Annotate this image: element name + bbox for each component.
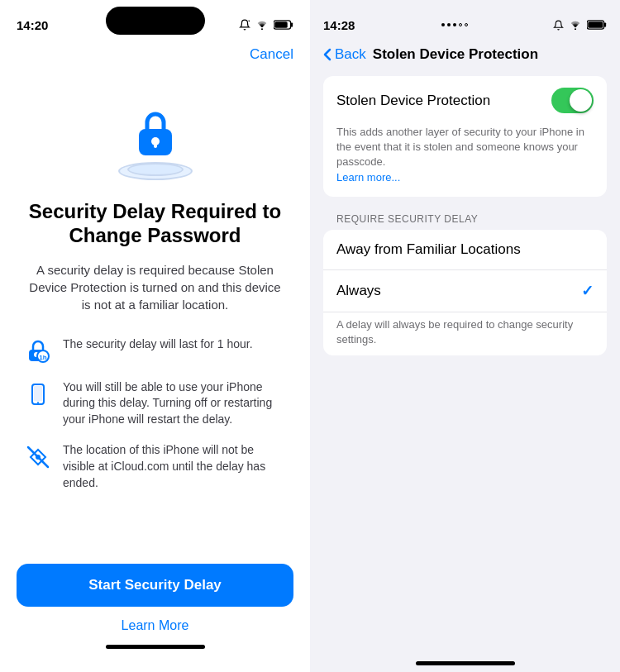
home-indicator-left <box>106 645 205 649</box>
status-icons-right <box>553 20 607 31</box>
bottom-section: Start Security Delay Learn More <box>0 564 310 672</box>
info-item-phone: You will still be able to use your iPhon… <box>25 379 285 428</box>
description-text: This adds another layer of security to y… <box>336 126 584 168</box>
stolen-device-protection-card: Stolen Device Protection This adds anoth… <box>323 76 607 197</box>
dynamic-island <box>106 7 205 35</box>
nav-title: Stolen Device Protection <box>373 46 538 63</box>
home-indicator-right <box>416 661 515 665</box>
nav-bar: Back Stolen Device Protection <box>310 40 620 69</box>
svg-line-0 <box>249 21 250 21</box>
learn-more-link[interactable]: Learn More <box>122 618 189 633</box>
status-time-left: 14:20 <box>17 18 48 32</box>
wifi-icon-right <box>569 20 582 30</box>
timer-lock-icon: 1h <box>25 338 51 365</box>
left-content: Security Delay Required to Change Passwo… <box>0 40 310 564</box>
back-button[interactable]: Back <box>323 46 366 63</box>
info-item-timer: 1h The security delay will last for 1 ho… <box>25 336 285 365</box>
back-label: Back <box>335 46 366 63</box>
location-icon <box>25 444 51 470</box>
svg-rect-4 <box>274 21 287 28</box>
security-delay-card: Away from Familiar Locations Always ✓ A … <box>323 230 607 355</box>
delay-note: A delay will always be required to chang… <box>323 312 607 355</box>
back-chevron-icon <box>323 48 331 61</box>
svg-point-16 <box>36 455 41 460</box>
toggle-knob <box>570 89 592 112</box>
status-icons-left <box>239 19 293 31</box>
status-bar-left: 14:20 <box>0 0 310 40</box>
right-content: Stolen Device Protection This adds anoth… <box>310 69 620 661</box>
svg-point-17 <box>575 28 576 30</box>
checkmark-icon: ✓ <box>581 282 594 300</box>
start-security-delay-button[interactable]: Start Security Delay <box>17 564 293 607</box>
toggle-row: Stolen Device Protection <box>323 76 607 125</box>
svg-text:1h: 1h <box>39 354 46 361</box>
bell-icon <box>239 19 250 31</box>
battery-icon <box>274 20 293 30</box>
info-list: 1h The security delay will last for 1 ho… <box>25 336 285 492</box>
svg-rect-20 <box>588 21 603 28</box>
svg-rect-7 <box>154 141 157 148</box>
signal-dots <box>441 23 468 26</box>
right-panel: 14:28 Back Stolen Device Protection Sto <box>310 0 620 672</box>
svg-rect-3 <box>291 22 293 26</box>
bell-icon-right <box>553 20 564 31</box>
learn-more-right[interactable]: Learn more... <box>336 171 400 183</box>
svg-point-1 <box>261 28 263 30</box>
toggle-switch[interactable] <box>551 88 594 113</box>
phone-icon <box>25 381 51 407</box>
left-subtitle: A security delay is required because Sto… <box>25 261 285 313</box>
info-item-location: The location of this iPhone will not be … <box>25 442 285 491</box>
lock-rings <box>118 155 193 180</box>
card-description: This adds another layer of security to y… <box>323 125 607 197</box>
svg-rect-19 <box>604 22 607 26</box>
option-row-familiar[interactable]: Away from Familiar Locations <box>323 230 607 270</box>
toggle-label: Stolen Device Protection <box>336 93 490 109</box>
info-text-timer: The security delay will last for 1 hour. <box>63 336 285 353</box>
section-header: REQUIRE SECURITY DELAY <box>323 207 607 230</box>
info-text-phone: You will still be able to use your iPhon… <box>63 379 285 428</box>
status-bar-right: 14:28 <box>310 0 620 40</box>
wifi-icon <box>255 20 269 30</box>
lock-icon-container <box>114 106 197 180</box>
status-time-right: 14:28 <box>323 18 356 32</box>
option-row-always[interactable]: Always ✓ <box>323 270 607 312</box>
option-label-always: Always <box>336 283 381 299</box>
battery-icon-right <box>587 20 607 30</box>
svg-point-14 <box>37 402 39 403</box>
svg-rect-13 <box>34 386 42 401</box>
lock-icon <box>131 106 180 160</box>
left-title: Security Delay Required to Change Passwo… <box>25 200 285 248</box>
left-panel: 14:20 Cancel Security Delay Required <box>0 0 310 672</box>
info-text-location: The location of this iPhone will not be … <box>63 442 285 491</box>
option-label-familiar: Away from Familiar Locations <box>336 241 521 258</box>
cancel-button[interactable]: Cancel <box>250 46 293 63</box>
